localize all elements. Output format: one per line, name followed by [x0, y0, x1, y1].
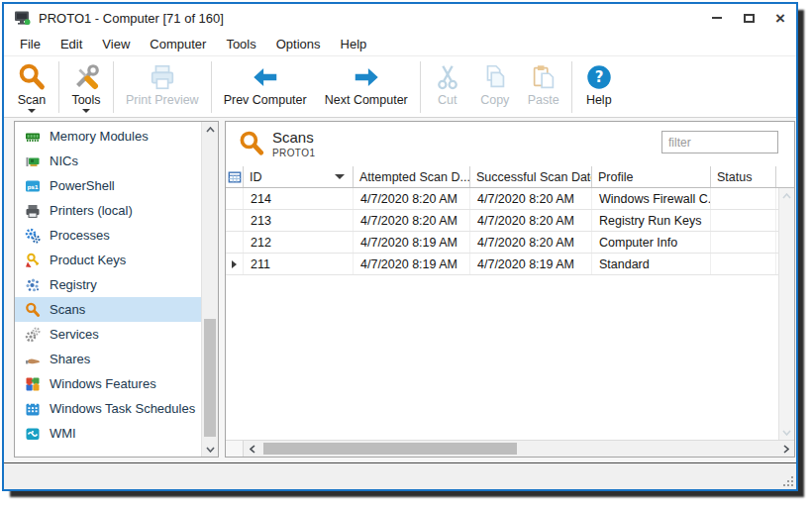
copy-button[interactable]: Copy: [471, 58, 519, 116]
select-all-button[interactable]: [226, 166, 244, 187]
sidebar-item-powershell[interactable]: ps1PowerShell: [15, 173, 201, 198]
cell-profile: Computer Info: [592, 232, 711, 253]
toolbar-separator: [211, 61, 212, 113]
cell-status: [711, 232, 776, 253]
print-preview-button[interactable]: Print Preview: [117, 58, 208, 116]
menu-help[interactable]: Help: [331, 34, 377, 54]
column-header-id[interactable]: ID: [244, 166, 354, 187]
next-computer-button[interactable]: Next Computer: [316, 58, 417, 116]
cell-id: 212: [244, 232, 354, 253]
window-title: PROTO1 - Computer [71 of 160]: [39, 11, 224, 26]
column-header-status[interactable]: Status: [711, 166, 776, 187]
sidebar-item-services[interactable]: Services: [15, 322, 201, 347]
sidebar-item-memory-modules[interactable]: Memory Modules: [15, 124, 201, 149]
row-header[interactable]: [226, 232, 244, 253]
sidebar-item-shares[interactable]: Shares: [15, 347, 201, 371]
table-row[interactable]: 2134/7/2020 8:20 AM4/7/2020 8:20 AMRegis…: [226, 210, 794, 232]
sidebar-item-registry[interactable]: Registry: [15, 272, 201, 297]
grid-corner-icon: [228, 170, 242, 184]
cell-attempted-scan-date: 4/7/2020 8:20 AM: [354, 188, 470, 209]
help-icon: ?: [584, 61, 614, 93]
magnifier-icon: [17, 61, 47, 93]
row-header[interactable]: [226, 210, 244, 231]
column-header-attempted-scan-d-[interactable]: Attempted Scan D...: [354, 166, 470, 187]
scrollbar-track[interactable]: [260, 441, 777, 457]
cell-attempted-scan-date: 4/7/2020 8:19 AM: [354, 232, 470, 253]
sidebar-item-label: Windows Task Schedules: [50, 401, 195, 416]
scroll-down-icon[interactable]: [202, 442, 218, 457]
resize-grip[interactable]: [782, 475, 793, 486]
row-header[interactable]: [226, 254, 244, 274]
registry-icon: [25, 277, 41, 293]
menu-computer[interactable]: Computer: [140, 34, 216, 54]
sidebar-item-windows-features[interactable]: Windows Features: [15, 371, 201, 396]
paste-button[interactable]: Paste: [519, 58, 568, 116]
sidebar-item-nics[interactable]: NICs: [15, 149, 201, 173]
column-header-filler: [776, 166, 794, 187]
table-row[interactable]: 2114/7/2020 8:19 AM4/7/2020 8:19 AMStand…: [226, 254, 794, 275]
help-button[interactable]: ?Help: [575, 58, 623, 116]
sidebar-scrollbar[interactable]: [201, 122, 218, 457]
sidebar-item-label: Services: [50, 327, 99, 342]
filter-input[interactable]: [661, 131, 778, 153]
sidebar-item-windows-task-schedules[interactable]: Windows Task Schedules: [15, 396, 201, 421]
sidebar-item-label: Product Keys: [50, 253, 126, 267]
row-header[interactable]: [226, 188, 244, 209]
close-icon: ×: [775, 10, 785, 27]
column-header-successful-scan-date[interactable]: Successful Scan Date: [470, 166, 592, 187]
sidebar-item-label: Memory Modules: [50, 129, 149, 144]
scissors-icon: [433, 61, 462, 93]
sidebar-item-wmi[interactable]: WMI: [15, 421, 201, 446]
scrollbar-thumb[interactable]: [263, 443, 517, 455]
scroll-left-icon[interactable]: [244, 441, 260, 457]
menu-file[interactable]: File: [10, 34, 51, 54]
sidebar-list: Memory ModulesNICsps1PowerShellPrinters …: [15, 122, 201, 457]
toolbar-button-label: Print Preview: [126, 93, 199, 107]
cell-profile: Registry Run Keys: [592, 210, 711, 231]
grid-vertical-scrollbar[interactable]: [778, 188, 794, 440]
sidebar-item-label: WMI: [50, 426, 76, 441]
scan-button[interactable]: Scan: [8, 58, 55, 116]
tools-button[interactable]: Tools: [62, 58, 110, 116]
sidebar-item-label: Registry: [50, 277, 97, 292]
column-header-profile[interactable]: Profile: [592, 166, 711, 187]
scroll-down-icon[interactable]: [779, 425, 794, 440]
menu-tools[interactable]: Tools: [216, 34, 265, 54]
scroll-up-icon[interactable]: [779, 188, 794, 203]
gears-gray-icon: [25, 327, 41, 343]
table-row[interactable]: 2144/7/2020 8:20 AM4/7/2020 8:20 AMWindo…: [226, 188, 794, 210]
scans-header-icon: [238, 130, 265, 157]
column-header-label: Status: [717, 170, 752, 184]
scrollbar-corner: [226, 441, 244, 457]
sidebar-scrollbar-thumb[interactable]: [204, 319, 216, 436]
menu-options[interactable]: Options: [266, 34, 331, 54]
minimize-button[interactable]: [701, 4, 733, 32]
cell-id: 213: [244, 210, 354, 231]
cell-successful-scan-date: 4/7/2020 8:20 AM: [470, 232, 592, 253]
cell-id: 211: [244, 254, 354, 274]
menu-edit[interactable]: Edit: [51, 34, 92, 54]
memory-icon: [25, 129, 41, 145]
maximize-button[interactable]: [733, 4, 764, 32]
column-header-label: Successful Scan Date: [476, 170, 592, 184]
scroll-up-icon[interactable]: [202, 122, 218, 137]
sidebar-item-printers-local-[interactable]: Printers (local): [15, 198, 201, 223]
cell-status: [711, 254, 776, 274]
scroll-right-icon[interactable]: [777, 441, 794, 457]
printer-disabled-icon: [148, 61, 177, 93]
tools-icon: [71, 61, 101, 93]
close-button[interactable]: ×: [764, 4, 796, 32]
puzzle-icon: [25, 376, 41, 392]
cell-attempted-scan-date: 4/7/2020 8:19 AM: [354, 254, 470, 274]
sidebar-item-scans[interactable]: Scans: [15, 297, 201, 322]
column-header-label: Attempted Scan D...: [359, 170, 470, 184]
table-row[interactable]: 2124/7/2020 8:19 AM4/7/2020 8:20 AMCompu…: [226, 232, 794, 254]
sidebar-item-product-keys[interactable]: Product Keys: [15, 248, 201, 272]
paste-icon: [529, 61, 558, 93]
toolbar-button-label: Help: [586, 93, 612, 107]
prev-computer-button[interactable]: Prev Computer: [215, 58, 316, 116]
cut-button[interactable]: Cut: [424, 58, 471, 116]
menu-view[interactable]: View: [92, 34, 140, 54]
grid-horizontal-scrollbar[interactable]: [226, 440, 794, 457]
sidebar-item-processes[interactable]: Processes: [15, 223, 201, 248]
